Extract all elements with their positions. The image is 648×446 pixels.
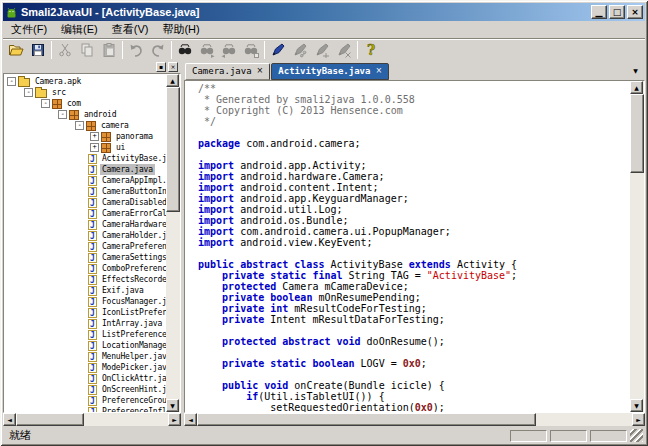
find-in-files-button[interactable] — [240, 40, 262, 60]
tree-item[interactable]: JLocationManage — [4, 340, 166, 351]
code-line: package com.android.camera; — [198, 138, 630, 149]
menu-item-0[interactable]: 文件(F) — [4, 21, 54, 38]
find-previous-button[interactable] — [218, 40, 240, 60]
code-line — [198, 347, 630, 358]
tree-item[interactable]: JPreferenceGrou — [4, 395, 166, 406]
redo-button[interactable] — [147, 40, 169, 60]
collapse-toggle-icon[interactable]: - — [24, 88, 33, 97]
scroll-down-button[interactable] — [630, 399, 643, 412]
maximize-pane-button[interactable]: ▪ — [156, 62, 166, 72]
tree-item[interactable]: JListPreference — [4, 329, 166, 340]
maximize-button[interactable]: □ — [609, 5, 625, 19]
code-line: import android.content.Intent; — [198, 182, 630, 193]
undo-button[interactable] — [125, 40, 147, 60]
menu-item-3[interactable]: 帮助(H) — [155, 21, 206, 38]
close-button[interactable]: × — [627, 5, 643, 19]
tree-item[interactable]: JEffectsRecorde — [4, 274, 166, 285]
code-area[interactable]: /** * Generated by smali2java 1.0.0.558 … — [185, 81, 630, 412]
scrollbar-track[interactable] — [16, 413, 168, 426]
tree[interactable]: -Camera.apk-src-com-android-camera+panor… — [4, 74, 166, 412]
tree-item[interactable]: JCameraButtonIn — [4, 186, 166, 197]
scroll-up-button[interactable] — [630, 81, 643, 94]
scrollbar-thumb[interactable] — [166, 87, 180, 212]
scrollbar-thumb[interactable] — [630, 94, 644, 173]
tab-close-icon[interactable]: × — [257, 67, 264, 75]
open-button[interactable] — [5, 40, 27, 60]
tree-item-label: ui — [114, 142, 127, 153]
cut-button[interactable] — [54, 40, 76, 60]
expand-toggle-icon[interactable]: + — [90, 132, 99, 141]
find-button[interactable] — [174, 40, 196, 60]
tree-item[interactable]: -android — [4, 109, 166, 120]
scrollbar-thumb[interactable] — [197, 413, 536, 426]
tree-item[interactable]: -com — [4, 98, 166, 109]
scroll-left-button[interactable] — [3, 413, 16, 426]
tab-camera-java[interactable]: Camera.java× — [185, 63, 270, 80]
tree-item-label: src — [50, 87, 68, 98]
scrollbar-track[interactable] — [166, 87, 180, 399]
scroll-left-button[interactable] — [184, 413, 197, 426]
tree-item[interactable]: JComboPreferenc — [4, 263, 166, 274]
pen-tool-2-button[interactable] — [311, 40, 333, 60]
resize-grip-icon[interactable] — [630, 429, 643, 442]
tree-item[interactable]: JActivityBase.j — [4, 153, 166, 164]
tree-item-label: CameraHolder.j — [100, 230, 166, 241]
tree-item[interactable]: JCameraAppImpl. — [4, 175, 166, 186]
tree-item[interactable]: JOnScreenHint.j — [4, 384, 166, 395]
scrollbar-track[interactable] — [197, 413, 632, 426]
tree-item[interactable]: -Camera.apk — [4, 76, 166, 87]
tree-item[interactable]: -src — [4, 87, 166, 98]
copy-button[interactable] — [76, 40, 98, 60]
scroll-up-button[interactable] — [166, 74, 179, 87]
menu-item-2[interactable]: 查看(V) — [105, 21, 156, 38]
tab-activitybase-java[interactable]: ActivityBase.java× — [271, 63, 389, 80]
tab-list-dropdown-button[interactable]: ▼ — [628, 65, 643, 78]
collapse-toggle-icon[interactable]: - — [7, 77, 16, 86]
tree-item[interactable]: JModePicker.jav — [4, 362, 166, 373]
minimize-button[interactable]: ▁ — [591, 5, 607, 19]
tree-item[interactable]: JCameraErrorCal — [4, 208, 166, 219]
find-next-button[interactable] — [196, 40, 218, 60]
tree-item[interactable]: -camera — [4, 120, 166, 131]
scrollbar-track[interactable] — [630, 94, 644, 399]
paste-button[interactable] — [98, 40, 120, 60]
close-pane-button[interactable]: × — [168, 62, 178, 72]
pen-tool-3-button[interactable] — [333, 40, 355, 60]
scroll-down-button[interactable] — [166, 399, 179, 412]
tree-item[interactable]: +ui — [4, 142, 166, 153]
expand-toggle-icon[interactable]: + — [90, 143, 99, 152]
tree-item[interactable]: JPreferenceInfl — [4, 406, 166, 412]
tree-item[interactable]: JExif.java — [4, 285, 166, 296]
collapse-toggle-icon[interactable]: - — [75, 121, 84, 130]
tree-item[interactable]: JIntArray.java — [4, 318, 166, 329]
tab-close-icon[interactable]: × — [375, 67, 382, 75]
tree-item[interactable]: JCamera.java — [4, 164, 166, 175]
collapse-toggle-icon[interactable]: - — [41, 99, 50, 108]
tree-vertical-scrollbar — [166, 74, 180, 412]
tree-item[interactable]: JCameraHolder.j — [4, 230, 166, 241]
tree-item[interactable]: JCameraSettings — [4, 252, 166, 263]
tab-label: Camera.java — [192, 66, 252, 76]
menu-item-1[interactable]: 编辑(E) — [54, 21, 105, 38]
scroll-right-button[interactable] — [168, 413, 181, 426]
tree-item[interactable]: JFocusManager.j — [4, 296, 166, 307]
help-button[interactable]: ? — [360, 40, 382, 60]
tree-item[interactable]: JMenuHelper.jav — [4, 351, 166, 362]
decompile-pen-button[interactable] — [267, 40, 289, 60]
tree-item[interactable]: +panorama — [4, 131, 166, 142]
collapse-toggle-icon[interactable]: - — [58, 110, 67, 119]
tree-item[interactable]: JIconListPrefer — [4, 307, 166, 318]
pen-tool-1-button[interactable] — [289, 40, 311, 60]
scroll-right-button[interactable] — [632, 413, 645, 426]
tree-item[interactable]: JOnClickAttr.ja — [4, 373, 166, 384]
paste-icon — [101, 42, 117, 58]
pkg-icon — [86, 121, 96, 131]
code-line: if(Util.isTabletUI()) { — [198, 391, 630, 402]
scrollbar-thumb[interactable] — [16, 413, 84, 426]
java-icon: J — [88, 341, 97, 351]
tree-item[interactable]: JCameraDisabledE — [4, 197, 166, 208]
tree-item[interactable]: JCameraPreferen — [4, 241, 166, 252]
save-button[interactable] — [27, 40, 49, 60]
left-pane-header: ▪× — [3, 61, 181, 73]
tree-item[interactable]: JCameraHardware — [4, 219, 166, 230]
